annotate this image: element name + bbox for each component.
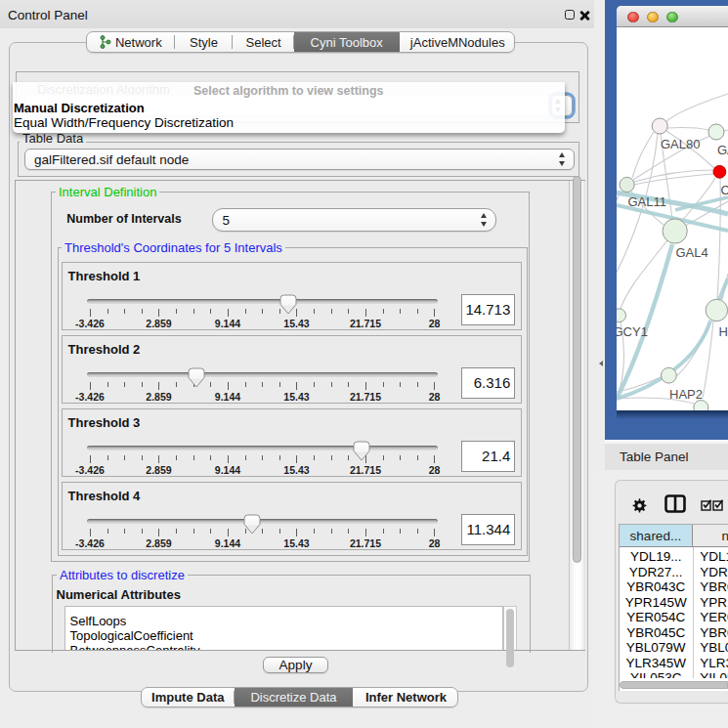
svg-text:GAL11: GAL11 <box>628 194 667 209</box>
svg-text:GAL80: GAL80 <box>661 137 700 151</box>
svg-text:H: H <box>719 324 728 339</box>
svg-text:GAL4: GAL4 <box>676 245 708 260</box>
svg-text:HAP2: HAP2 <box>669 387 703 402</box>
svg-text:C: C <box>721 183 728 197</box>
svg-text:GCY1: GCY1 <box>617 324 648 339</box>
svg-text:GA: GA <box>717 143 728 157</box>
